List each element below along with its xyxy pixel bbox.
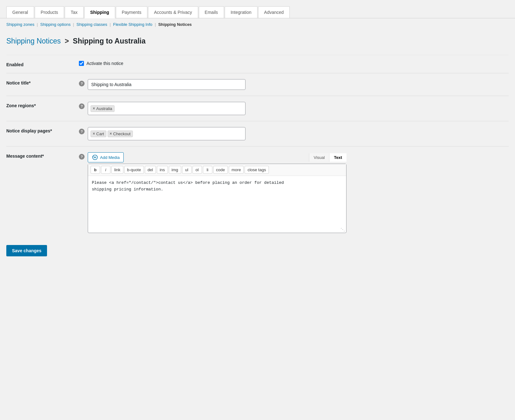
zone-regions-help-icon[interactable]: ?: [79, 103, 85, 109]
editor-btn-ol[interactable]: ol: [192, 166, 202, 174]
subnav-flexible-shipping[interactable]: Flexible Shipping Info: [113, 22, 152, 27]
zone-regions-row: Zone regions* ? × Australia: [6, 96, 509, 121]
subnav-sep-1: |: [37, 22, 39, 27]
save-changes-button[interactable]: Save changes: [6, 245, 47, 256]
editor-btn-ins[interactable]: ins: [157, 166, 168, 174]
notice-title-control: ?: [79, 79, 509, 90]
zone-tag-australia-remove[interactable]: ×: [93, 107, 95, 110]
tab-shipping[interactable]: Shipping: [84, 6, 115, 18]
message-content-row: Message content* ? Add Media: [6, 146, 509, 239]
display-tag-cart: × Cart: [91, 131, 106, 137]
subnav-sep-2: |: [73, 22, 75, 27]
tabs-bar: General Products Tax Shipping Payments A…: [0, 0, 515, 18]
editor-btn-del[interactable]: del: [145, 166, 156, 174]
subnav-shipping-options[interactable]: Shipping options: [40, 22, 71, 27]
display-tag-checkout-label: Checkout: [113, 131, 131, 136]
message-content-control: ? Add Media Visual: [79, 152, 509, 233]
editor-btn-b[interactable]: b: [91, 166, 100, 174]
enabled-control: Activate this notice: [79, 61, 509, 66]
add-media-button[interactable]: Add Media: [88, 152, 124, 162]
editor-btn-close-tags[interactable]: close tags: [245, 166, 269, 174]
notice-display-select[interactable]: × Cart × Checkout: [88, 127, 246, 140]
tab-tax[interactable]: Tax: [65, 6, 84, 18]
notice-title-help-icon[interactable]: ?: [79, 81, 85, 86]
display-tag-cart-remove[interactable]: ×: [93, 132, 95, 136]
zone-regions-label: Zone regions*: [6, 102, 79, 108]
editor-content-area[interactable]: Please <a href="/contact/">contact us</a…: [88, 176, 346, 226]
zone-regions-select[interactable]: × Australia: [88, 102, 246, 115]
editor-view-tabs: Visual Text: [309, 153, 346, 162]
tab-emails[interactable]: Emails: [199, 6, 224, 18]
subnav-current: Shipping Notices: [158, 22, 192, 27]
editor-btn-link[interactable]: link: [111, 166, 123, 174]
editor-text-tab[interactable]: Text: [329, 153, 346, 162]
notice-title-label: Notice title*: [6, 79, 79, 85]
sub-nav: Shipping zones | Shipping options | Ship…: [0, 18, 515, 31]
notice-display-label: Notice display pages*: [6, 127, 79, 133]
editor-content-text: Please <a href="/contact/">contact us</a…: [92, 180, 342, 193]
breadcrumb-parent-link[interactable]: Shipping Notices: [6, 37, 61, 45]
zone-tag-australia: × Australia: [91, 105, 115, 112]
notice-display-row: Notice display pages* ? × Cart × Checkou…: [6, 121, 509, 146]
main-content: Shipping Notices > Shipping to Australia…: [0, 31, 515, 269]
enabled-checkbox[interactable]: [79, 61, 84, 66]
breadcrumb-separator: >: [65, 37, 71, 45]
enabled-checkbox-label[interactable]: Activate this notice: [86, 61, 123, 66]
tab-advanced[interactable]: Advanced: [258, 6, 290, 18]
editor-btn-li[interactable]: li: [203, 166, 212, 174]
add-media-icon: [92, 154, 98, 160]
enabled-checkbox-wrap: Activate this notice: [79, 61, 123, 66]
editor-wrap: b i link b-quote del ins img ul ol li co…: [88, 164, 346, 233]
editor-btn-code[interactable]: code: [213, 166, 228, 174]
editor-btn-img[interactable]: img: [169, 166, 181, 174]
editor-btn-ul[interactable]: ul: [182, 166, 192, 174]
breadcrumb-current: Shipping to Australia: [73, 37, 145, 45]
tab-accounts-privacy[interactable]: Accounts & Privacy: [148, 6, 198, 18]
svg-rect-1: [93, 156, 94, 157]
enabled-row: Enabled Activate this notice: [6, 55, 509, 73]
page-heading: Shipping Notices > Shipping to Australia: [6, 37, 509, 45]
editor-resize-handle: ⋱: [88, 226, 346, 233]
notice-display-control: ? × Cart × Checkout: [79, 127, 509, 140]
zone-tag-australia-label: Australia: [96, 106, 112, 111]
subnav-sep-4: |: [155, 22, 157, 27]
enabled-label: Enabled: [6, 61, 79, 67]
page-wrap: General Products Tax Shipping Payments A…: [0, 0, 515, 420]
subnav-sep-3: |: [110, 22, 112, 27]
display-tag-checkout-remove[interactable]: ×: [110, 132, 112, 136]
display-tag-cart-label: Cart: [96, 131, 104, 136]
editor-btn-more[interactable]: more: [229, 166, 244, 174]
add-media-label: Add Media: [100, 155, 120, 160]
tab-integration[interactable]: Integration: [225, 6, 258, 18]
editor-visual-tab[interactable]: Visual: [309, 153, 329, 162]
subnav-shipping-zones[interactable]: Shipping zones: [6, 22, 34, 27]
message-content-label: Message content*: [6, 152, 79, 159]
notice-title-row: Notice title* ?: [6, 73, 509, 96]
editor-btn-bquote[interactable]: b-quote: [124, 166, 144, 174]
editor-buttons-bar: b i link b-quote del ins img ul ol li co…: [88, 164, 346, 176]
subnav-shipping-classes[interactable]: Shipping classes: [76, 22, 107, 27]
notice-title-input[interactable]: [88, 79, 246, 90]
zone-regions-control: ? × Australia: [79, 102, 509, 115]
display-tag-checkout: × Checkout: [108, 131, 133, 137]
message-content-help-icon[interactable]: ?: [79, 154, 85, 160]
notice-display-help-icon[interactable]: ?: [79, 129, 85, 134]
tab-payments[interactable]: Payments: [116, 6, 147, 18]
tab-products[interactable]: Products: [35, 6, 64, 18]
tab-general[interactable]: General: [6, 6, 34, 18]
editor-btn-i[interactable]: i: [101, 166, 110, 174]
